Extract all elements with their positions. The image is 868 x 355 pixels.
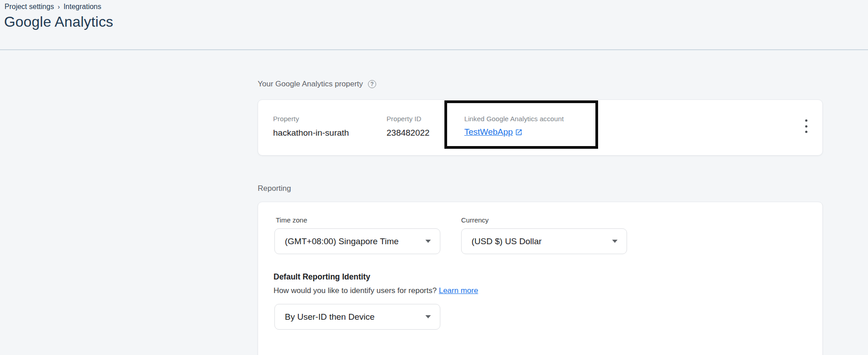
breadcrumb-integrations[interactable]: Integrations	[63, 3, 101, 11]
property-id-label: Property ID	[387, 115, 421, 123]
property-id-value: 238482022	[387, 128, 429, 138]
linked-account-label: Linked Google Analytics account	[464, 115, 564, 123]
currency-select[interactable]: (USD $) US Dollar	[461, 228, 627, 254]
time-zone-select[interactable]: (GMT+08:00) Singapore Time	[274, 228, 440, 254]
external-link-icon	[515, 128, 523, 136]
reporting-identity-select[interactable]: By User-ID then Device	[274, 304, 440, 330]
currency-label: Currency	[461, 216, 489, 224]
chevron-down-icon	[612, 240, 618, 243]
chevron-down-icon	[425, 315, 431, 318]
page-title: Google Analytics	[4, 14, 113, 30]
reporting-section-header: Reporting	[258, 184, 291, 193]
breadcrumb: Project settings › Integrations	[5, 3, 101, 11]
reporting-identity-value: By User-ID then Device	[285, 312, 375, 322]
learn-more-link[interactable]: Learn more	[439, 286, 478, 295]
time-zone-label: Time zone	[276, 216, 307, 224]
reporting-section-header-label: Reporting	[258, 184, 291, 193]
breadcrumb-project-settings[interactable]: Project settings	[5, 3, 54, 11]
property-section-header-label: Your Google Analytics property	[258, 80, 363, 89]
header-divider	[0, 49, 868, 50]
chevron-right-icon: ›	[57, 3, 60, 10]
currency-value: (USD $) US Dollar	[472, 237, 542, 246]
chevron-down-icon	[425, 240, 431, 243]
help-circle-icon[interactable]: ?	[368, 80, 376, 88]
default-reporting-identity-heading: Default Reporting Identity	[274, 272, 370, 282]
property-section-header: Your Google Analytics property ?	[258, 80, 376, 89]
property-label: Property	[273, 115, 299, 123]
property-card	[258, 99, 823, 156]
property-value: hackathon-in-surath	[273, 128, 349, 138]
default-reporting-identity-description: How would you like to identify users for…	[274, 286, 478, 295]
linked-account-link[interactable]: TestWebApp	[464, 127, 523, 137]
time-zone-value: (GMT+08:00) Singapore Time	[285, 237, 399, 246]
kebab-menu-icon[interactable]	[802, 118, 810, 134]
